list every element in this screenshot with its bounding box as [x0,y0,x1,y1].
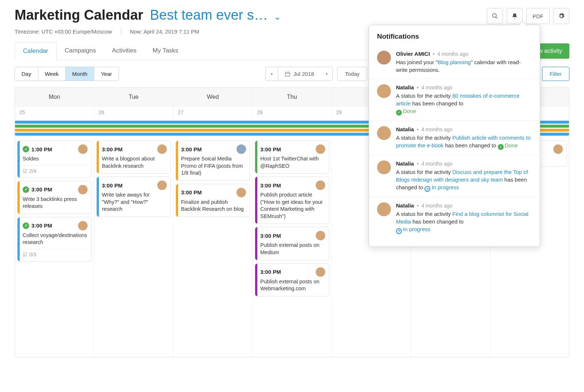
date-picker[interactable]: Jul 2018 [278,67,321,81]
date-cell[interactable]: 27 [173,106,253,118]
view-year[interactable]: Year [94,67,118,81]
calendar-column: 3:00 PM Write a blogpost about Backlink … [94,138,173,357]
tab-activities[interactable]: Activities [104,42,145,60]
bell-icon [511,13,518,19]
notifications-button[interactable] [507,8,523,24]
date-cell[interactable]: 26 [94,106,173,118]
card-time: 3:00 PM [31,222,52,229]
status-icon: ◔ [424,186,430,192]
notification-text: Has joined your "Blog planning" calendar… [396,58,532,74]
avatar [377,126,391,140]
today-button[interactable]: Today [337,67,367,81]
activity-card[interactable]: 3:00 PM Publish product article ("How to… [255,176,329,224]
activity-card[interactable]: ✓1:00 PM Soldes ☑ 2/4 [17,140,92,178]
avatar [377,202,391,216]
notifications-panel: Notifications Olivier AMICI • 4 months a… [369,25,540,247]
view-week[interactable]: Week [38,67,66,81]
team-selector[interactable]: Best team ever s… ⌄ [150,7,281,23]
date-cell[interactable]: 25 [15,106,94,118]
activity-card[interactable]: 3:00 PM Write a blogpost about Backlink … [96,140,171,174]
notification-item[interactable]: Natalia • 4 months ago A status for the … [369,79,540,121]
card-title: Prepare Soical Media Promo of FIFA (post… [181,155,246,177]
card-time: 3:00 PM [181,146,202,152]
notification-time: • 4 months ago [431,51,468,57]
svg-line-1 [496,17,497,18]
prev-button[interactable]: ‹ [266,67,278,81]
avatar [377,84,391,98]
notification-link[interactable]: Blog planning [438,59,471,65]
notification-time: • 4 months ago [415,161,452,167]
status-label: In progress [431,184,459,190]
activity-card[interactable]: 3:00 PM Publish external posts on Webmar… [255,263,329,296]
status-label: In progress [403,226,430,232]
notification-item[interactable]: Olivier AMICI • 4 months ago Has joined … [369,46,540,79]
next-button[interactable]: › [321,67,333,81]
date-cell[interactable]: 28 [253,106,332,118]
check-icon: ✓ [23,146,29,152]
card-title: Host 1st TwitterChat with @RaphSEO [260,155,325,170]
notification-link[interactable]: Find a blog columnist for Social Media [396,211,529,225]
notifications-title: Notifications [369,32,540,46]
avatar [237,144,246,154]
settings-button[interactable] [553,8,569,24]
card-time: 3:00 PM [102,182,123,189]
avatar [553,144,563,154]
card-title: Publish external posts on Medium [260,242,325,256]
status-label: Done [505,142,518,148]
notification-user: Natalia [396,126,414,132]
tab-campaigns[interactable]: Campaigns [57,42,104,60]
tab-calendar[interactable]: Calendar [15,42,57,60]
activity-card[interactable]: 3:00 PM Prepare Soical Media Promo of FI… [176,140,250,181]
notification-user: Natalia [396,202,414,209]
activity-card[interactable]: 3:00 PM Publish external posts on Medium [255,227,329,260]
day-header: Thu [253,88,332,106]
notification-text: A status for the activity Find a blog co… [396,210,532,234]
avatar [316,231,325,240]
notification-item[interactable]: Natalia • 4 months ago A status for the … [369,155,540,197]
gear-icon [558,13,565,19]
view-day[interactable]: Day [15,67,38,81]
chevron-right-icon: › [326,71,328,77]
checklist-icon: ☑ [23,168,27,174]
view-range-group: Day Week Month Year [15,67,119,81]
avatar [237,188,246,197]
status-icon: ◔ [396,228,402,234]
day-header: Tue [94,88,173,106]
calendar-column: ✓1:00 PM Soldes ☑ 2/4 ✓3:00 PM Write 3 b… [15,138,94,357]
notification-user: Olivier AMICI [396,51,430,57]
notification-text: A status for the activity Publish articl… [396,134,532,150]
notification-item[interactable]: Natalia • 4 months ago A status for the … [369,197,540,239]
avatar [78,221,88,230]
calendar-column: 3:00 PM Prepare Soical Media Promo of FI… [173,138,253,357]
pdf-button[interactable]: PDF [526,8,550,24]
card-title: Write a blogpost about Backlink research [102,155,167,170]
card-time: 3:00 PM [31,186,52,193]
activity-card[interactable]: 3:00 PM Write take aways for "Why?" and … [96,176,171,217]
avatar [316,181,325,190]
search-button[interactable] [487,8,503,24]
card-title: Publish product article ("How to get ide… [260,191,325,220]
activity-card[interactable]: 3:00 PM Finalize and publish Backlink Re… [176,184,250,217]
view-month[interactable]: Month [66,67,95,81]
avatar [78,144,88,154]
page-title: Marketing Calendar [15,7,143,23]
card-time: 3:00 PM [260,269,281,275]
search-icon [492,13,498,19]
activity-card[interactable]: ✓3:00 PM Collect voyage/destinations res… [17,217,92,261]
notification-user: Natalia [396,160,414,167]
notification-item[interactable]: Natalia • 4 months ago A status for the … [369,121,540,155]
activity-card[interactable]: ✓3:00 PM Write 3 backlinks press release… [17,181,92,214]
notification-time: • 4 months ago [415,127,452,132]
activity-card[interactable]: 3:00 PM Host 1st TwitterChat with @RaphS… [255,140,329,174]
card-title: Collect voyage/destinations research [23,232,88,246]
card-time: 3:00 PM [260,182,281,189]
card-title: Publish external posts on Webmarketing.c… [260,278,325,292]
calendar-column: 3:00 PM Host 1st TwitterChat with @RaphS… [253,138,332,357]
chevron-left-icon: ‹ [271,71,273,77]
notification-link[interactable]: 80 mistakes of e-commerce article [396,93,519,106]
notification-link[interactable]: Discuss and prepare the Top of Blogs red… [396,169,528,183]
tab-mytasks[interactable]: My Tasks [145,42,187,60]
status-icon: ✓ [396,110,402,116]
card-time: 3:00 PM [102,146,123,152]
filter-button[interactable]: Filter [542,67,569,81]
